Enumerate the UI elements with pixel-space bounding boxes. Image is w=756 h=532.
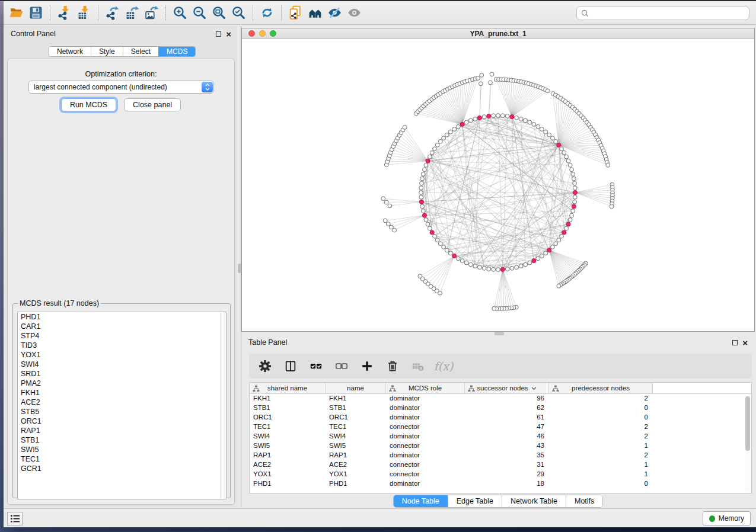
table-cell[interactable]: YOX1 xyxy=(326,470,386,479)
network-node[interactable] xyxy=(492,307,496,311)
network-node[interactable] xyxy=(573,181,577,185)
network-node[interactable] xyxy=(442,245,446,249)
table-cell[interactable]: ORC1 xyxy=(250,413,326,422)
show-all-button[interactable] xyxy=(344,4,364,23)
mcds-hub-node[interactable] xyxy=(532,259,536,263)
zoom-selected-button[interactable] xyxy=(229,4,248,23)
column-header-name[interactable]: name xyxy=(326,383,386,393)
node-table[interactable]: shared namenameMCDS rolesuccessor nodesp… xyxy=(249,382,752,493)
mcds-hub-node[interactable] xyxy=(430,230,434,235)
mcds-hub-node[interactable] xyxy=(562,230,566,235)
network-node[interactable] xyxy=(420,177,425,181)
network-node[interactable] xyxy=(448,251,452,255)
tab-mcds[interactable]: MCDS xyxy=(158,47,195,56)
network-node[interactable] xyxy=(418,274,422,278)
mcds-hub-node[interactable] xyxy=(500,267,505,271)
mcds-result-item[interactable]: ACE2 xyxy=(18,398,226,407)
network-node[interactable] xyxy=(460,259,464,263)
network-graph[interactable] xyxy=(242,39,754,331)
table-cell[interactable]: TEC1 xyxy=(250,422,326,432)
network-node[interactable] xyxy=(515,116,519,120)
network-node[interactable] xyxy=(554,242,558,246)
network-node[interactable] xyxy=(571,209,575,213)
network-node[interactable] xyxy=(403,126,407,130)
table-cell[interactable]: 35 xyxy=(465,451,549,460)
mcds-hub-node[interactable] xyxy=(557,143,561,147)
mcds-hub-node[interactable] xyxy=(573,190,577,194)
table-row[interactable]: YOX1YOX1connector291 xyxy=(250,470,751,479)
network-node[interactable] xyxy=(566,159,570,163)
network-node[interactable] xyxy=(448,130,452,134)
network-node[interactable] xyxy=(452,127,457,132)
network-node[interactable] xyxy=(469,118,473,123)
import-table-button[interactable] xyxy=(74,4,94,23)
network-node[interactable] xyxy=(492,114,496,118)
network-node[interactable] xyxy=(489,81,493,85)
mcds-hub-node[interactable] xyxy=(477,116,481,120)
mcds-result-item[interactable]: FKH1 xyxy=(18,388,226,398)
network-node[interactable] xyxy=(492,267,496,271)
task-history-button[interactable] xyxy=(7,512,23,525)
table-cell[interactable]: 96 xyxy=(465,394,549,403)
network-node[interactable] xyxy=(438,139,442,143)
network-node[interactable] xyxy=(423,168,427,172)
mcds-result-item[interactable]: YOX1 xyxy=(18,350,226,360)
mcds-result-item[interactable]: PHD1 xyxy=(18,312,226,322)
network-node[interactable] xyxy=(390,225,394,229)
network-node[interactable] xyxy=(536,124,540,129)
network-node[interactable] xyxy=(570,213,574,217)
table-cell[interactable]: 29 xyxy=(465,470,549,479)
network-node[interactable] xyxy=(557,284,561,288)
table-row[interactable]: SWI5SWI5connector431 xyxy=(250,441,751,451)
float-panel-icon[interactable] xyxy=(216,31,221,37)
network-canvas[interactable] xyxy=(242,39,754,331)
export-table-button[interactable] xyxy=(122,4,142,23)
table-cell[interactable]: 61 xyxy=(465,413,549,422)
network-node[interactable] xyxy=(606,163,610,167)
network-node[interactable] xyxy=(540,127,544,132)
network-node[interactable] xyxy=(573,200,577,204)
network-node[interactable] xyxy=(435,143,439,147)
table-cell[interactable]: RAP1 xyxy=(326,451,386,460)
network-node[interactable] xyxy=(572,177,576,181)
network-node[interactable] xyxy=(540,254,544,258)
network-node[interactable] xyxy=(476,76,480,81)
network-node[interactable] xyxy=(480,73,484,78)
show-columns-button[interactable] xyxy=(283,358,298,374)
tab-network[interactable]: Network xyxy=(49,47,91,56)
mcds-hub-node[interactable] xyxy=(426,159,430,163)
table-cell[interactable]: 62 xyxy=(465,403,549,413)
mcds-result-item[interactable]: SWI5 xyxy=(18,445,226,454)
network-node[interactable] xyxy=(464,261,468,265)
network-node[interactable] xyxy=(424,218,428,222)
table-cell[interactable]: PHD1 xyxy=(250,479,326,489)
select-all-button[interactable] xyxy=(308,358,324,374)
zoom-in-button[interactable] xyxy=(170,4,190,23)
network-node[interactable] xyxy=(562,150,566,155)
table-cell[interactable]: connector xyxy=(386,470,465,479)
float-table-panel-icon[interactable] xyxy=(732,340,738,345)
network-node[interactable] xyxy=(384,200,388,204)
tab-style[interactable]: Style xyxy=(91,47,123,56)
network-node[interactable] xyxy=(428,226,432,230)
tab-edge-table[interactable]: Edge Table xyxy=(448,495,502,507)
table-cell[interactable]: SWI4 xyxy=(250,432,326,441)
table-cell[interactable]: STB1 xyxy=(250,403,326,413)
table-cell[interactable]: dominator xyxy=(386,413,465,422)
table-cell[interactable]: 43 xyxy=(465,441,549,451)
criterion-dropdown[interactable]: largest connected component (undirected) xyxy=(28,81,214,94)
table-cell[interactable]: dominator xyxy=(386,394,465,403)
network-node[interactable] xyxy=(388,204,392,208)
mcds-hub-node[interactable] xyxy=(419,200,423,204)
search-input[interactable] xyxy=(592,9,749,17)
table-cell[interactable]: 2 xyxy=(549,394,653,403)
deselect-all-button[interactable] xyxy=(334,358,349,374)
network-node[interactable] xyxy=(490,72,494,76)
table-cell[interactable]: SWI5 xyxy=(326,441,386,451)
table-cell[interactable]: connector xyxy=(386,422,465,432)
table-cell[interactable]: STB1 xyxy=(326,403,386,413)
network-node[interactable] xyxy=(433,147,437,151)
network-node[interactable] xyxy=(519,117,523,121)
network-node[interactable] xyxy=(456,124,460,129)
network-node[interactable] xyxy=(479,82,483,86)
